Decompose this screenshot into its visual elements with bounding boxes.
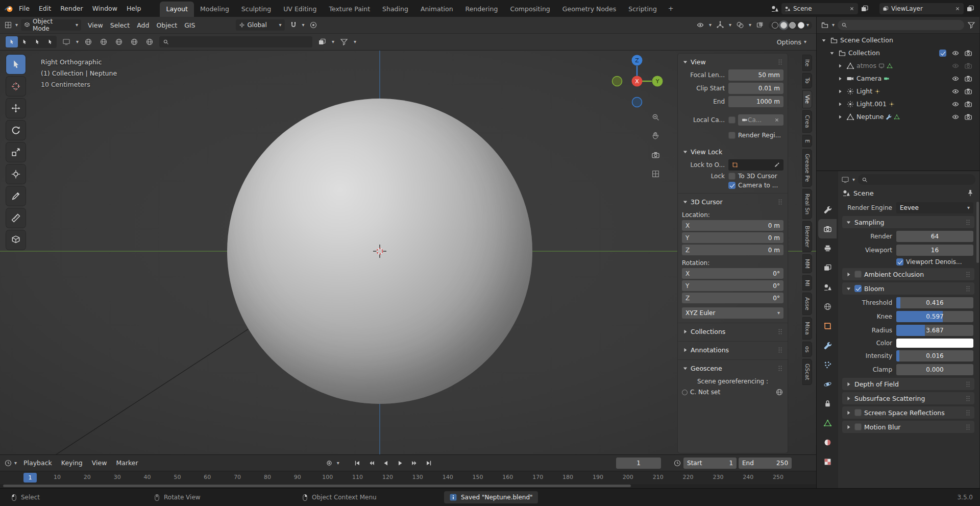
filter-funnel-button[interactable]: [338, 36, 350, 47]
screen-space-reflections-panel-header[interactable]: Screen Space Reflections: [842, 406, 974, 419]
timeline-editor-caret-icon[interactable]: ▾: [14, 461, 17, 466]
timeline-menu-playback[interactable]: Playback: [19, 457, 57, 469]
collections-panel-header[interactable]: Collections: [682, 326, 783, 337]
play-button[interactable]: [394, 457, 407, 469]
overlays-caret-icon[interactable]: ▾: [749, 22, 751, 28]
disable-in-renders-toggle[interactable]: [964, 100, 972, 108]
tool-rotate-button[interactable]: [6, 121, 26, 140]
drag-dots-icon[interactable]: [777, 365, 783, 372]
drag-dots-icon[interactable]: [965, 424, 971, 430]
gizmo-caret-icon[interactable]: ▾: [729, 22, 731, 28]
screen-space-reflections-checkbox[interactable]: [854, 409, 862, 416]
drag-dots-icon[interactable]: [965, 285, 971, 292]
n-panel-tab-vie[interactable]: Vie: [802, 90, 812, 108]
gis-editor-button[interactable]: [61, 36, 72, 47]
workspace-tab-rendering[interactable]: Rendering: [459, 2, 504, 17]
drag-dots-icon[interactable]: [777, 199, 783, 205]
caret-right-icon[interactable]: [837, 114, 844, 120]
drag-dots-icon[interactable]: [965, 381, 971, 388]
properties-tab-world[interactable]: [818, 297, 837, 316]
clip-start-field[interactable]: 0.01 m: [728, 83, 783, 94]
n-panel-tab-ite[interactable]: Ite: [802, 55, 812, 71]
editor-type-caret-icon[interactable]: ▾: [15, 22, 18, 28]
zoom-view-button[interactable]: [649, 110, 662, 124]
current-frame-field[interactable]: 1: [616, 457, 661, 469]
tool-move-button[interactable]: [6, 99, 26, 118]
gis-basemap-1-button[interactable]: [83, 36, 94, 47]
bloom-radius-slider[interactable]: 3.687: [896, 325, 973, 336]
tool-transform-button[interactable]: [6, 164, 26, 184]
cursor-rot-y-field[interactable]: Y0°: [682, 280, 783, 291]
n-panel-tab-mixa[interactable]: Mixa: [802, 317, 812, 340]
viewlayer-unlink-icon[interactable]: [954, 6, 961, 12]
outliner-filter-icon[interactable]: [967, 21, 975, 29]
bloom-intensity-slider[interactable]: 0.016: [896, 350, 973, 362]
properties-tab-material[interactable]: [818, 432, 837, 452]
add-workspace-button[interactable]: +: [664, 3, 678, 14]
tool-select-box-button[interactable]: [6, 55, 26, 74]
outliner-row-atmos[interactable]: atmos: [817, 59, 979, 72]
visibility-caret-icon[interactable]: ▾: [709, 22, 712, 28]
jump-end-button[interactable]: [422, 457, 435, 469]
properties-tab-view-layer[interactable]: [818, 258, 837, 277]
properties-tab-render[interactable]: [818, 219, 837, 238]
timeline-editor-icon[interactable]: [4, 459, 12, 467]
hide-in-viewport-toggle[interactable]: [951, 113, 960, 121]
local-camera-field[interactable]: Ca...: [738, 114, 783, 126]
caret-down-icon[interactable]: [829, 50, 836, 56]
cursor-loc-x-field[interactable]: X0 m: [682, 220, 783, 231]
n-panel-tab-mi[interactable]: MI: [802, 275, 812, 291]
use-preview-range-icon[interactable]: [673, 459, 681, 467]
bloom-clamp-slider[interactable]: 0.000: [896, 364, 973, 375]
show-visibility-button[interactable]: [695, 19, 706, 31]
disable-in-renders-toggle[interactable]: [964, 75, 972, 83]
scene-unlink-icon[interactable]: [849, 6, 855, 12]
n-panel-tab-mm[interactable]: MM: [802, 254, 812, 273]
drag-dots-icon[interactable]: [965, 409, 971, 416]
geoscene-panel-header[interactable]: Geoscene: [682, 363, 783, 374]
caret-down-icon[interactable]: [821, 37, 828, 43]
n-panel-tab-asse[interactable]: Asse: [802, 293, 812, 315]
select-mode-new-button[interactable]: [6, 36, 18, 47]
properties-editor-caret-icon[interactable]: ▾: [852, 177, 855, 182]
timeline-menu-marker[interactable]: Marker: [111, 457, 142, 469]
workspace-tab-uv-editing[interactable]: UV Editing: [277, 2, 323, 17]
sampling-viewport-field[interactable]: 16: [896, 245, 973, 256]
tool-scale-button[interactable]: [6, 142, 26, 162]
menu-render[interactable]: Render: [56, 3, 88, 14]
hide-in-viewport-toggle[interactable]: [951, 49, 960, 57]
shading-material-button[interactable]: [789, 22, 796, 29]
filter-type-button[interactable]: [316, 36, 328, 47]
playhead[interactable]: 1: [23, 473, 37, 483]
n-panel-tab-grease-pe[interactable]: Grease Pe: [802, 149, 812, 186]
pin-icon[interactable]: [966, 189, 974, 197]
menu-help[interactable]: Help: [122, 3, 146, 14]
new-viewlayer-button[interactable]: [965, 3, 976, 14]
collection-checkbox[interactable]: [939, 50, 946, 57]
render-region-checkbox[interactable]: [728, 132, 736, 139]
hide-in-viewport-toggle[interactable]: [951, 100, 960, 108]
viewport-menu-add[interactable]: Add: [133, 19, 153, 31]
workspace-tab-animation[interactable]: Animation: [414, 2, 459, 17]
disable-in-renders-toggle[interactable]: [964, 113, 972, 121]
properties-tab-scene[interactable]: [818, 277, 837, 297]
search-input[interactable]: [159, 36, 312, 47]
timeline-menu-view[interactable]: View: [87, 457, 112, 469]
snapping-toggle[interactable]: [288, 19, 299, 31]
blender-logo-icon[interactable]: [4, 4, 13, 13]
workspace-tab-layout[interactable]: Layout: [160, 2, 194, 17]
disable-in-renders-toggle[interactable]: [964, 87, 972, 95]
lock-3d-cursor-checkbox[interactable]: [728, 173, 736, 180]
workspace-tab-modeling[interactable]: Modeling: [194, 2, 235, 17]
xray-toggle[interactable]: [754, 19, 766, 31]
lock-object-field[interactable]: [728, 159, 783, 171]
3d-cursor-panel-header[interactable]: 3D Cursor: [682, 196, 783, 207]
n-panel-tab-crea[interactable]: Crea: [802, 110, 812, 132]
jump-start-button[interactable]: [351, 457, 364, 469]
menu-file[interactable]: File: [14, 3, 34, 14]
sampling-panel-header[interactable]: Sampling: [842, 216, 974, 228]
properties-scrollbar[interactable]: [976, 202, 979, 263]
drag-dots-icon[interactable]: [965, 395, 971, 402]
crs-radio[interactable]: [682, 390, 688, 395]
workspace-tab-compositing[interactable]: Compositing: [504, 2, 556, 17]
